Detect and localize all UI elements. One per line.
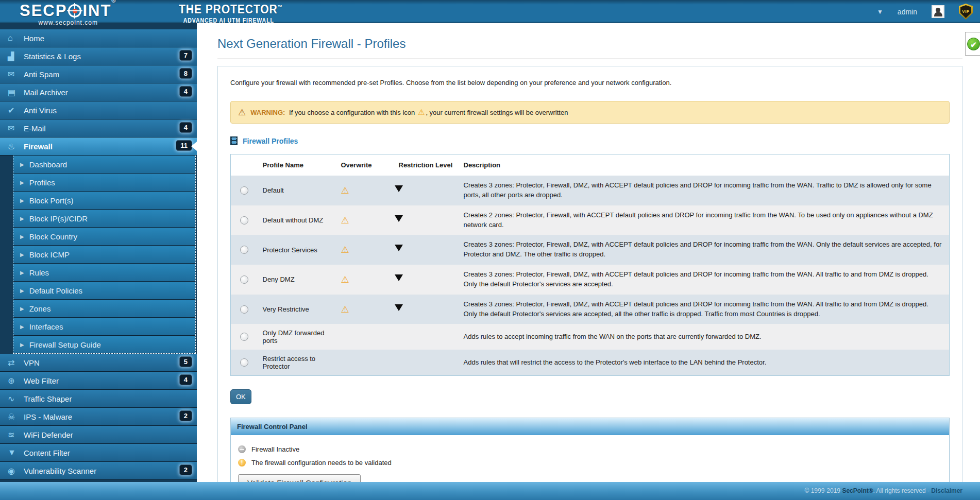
- sidebar-item-wifi-defender[interactable]: ≋ WiFi Defender: [0, 426, 197, 444]
- user-dropdown-caret-icon[interactable]: ▼: [877, 8, 883, 15]
- restriction-marker-icon: [395, 304, 403, 311]
- sidebar-subitem-rules[interactable]: ▶ Rules: [13, 264, 195, 282]
- firewall-profiles-icon: [230, 136, 238, 145]
- profile-radio[interactable]: [240, 305, 248, 314]
- validate-firewall-button[interactable]: Validate Firewall Configuration: [238, 474, 361, 482]
- radio-cell: [231, 205, 258, 235]
- profile-radio[interactable]: [240, 216, 248, 225]
- profile-row-very-restrictive: Very Restrictive ⚠ Creates 3 zones: Prot…: [231, 295, 950, 324]
- radio-cell: [231, 235, 258, 265]
- top-bar: [0, 0, 980, 23]
- sidebar-subitem-zones[interactable]: ▶ Zones: [13, 300, 195, 318]
- description-cell: Adds rules to accept incoming traffic fr…: [459, 324, 950, 350]
- firewall-status-row: Firewall Inactive: [238, 445, 942, 453]
- validation-status-row: The firewall configuration needs to be v…: [238, 459, 942, 467]
- restriction-cell: [394, 205, 459, 235]
- content-filter-icon: ▼: [8, 448, 24, 457]
- sidebar-subitem-block-ip-s-cidr[interactable]: ▶ Block IP(s)/CIDR: [13, 210, 195, 228]
- copyright-prefix: © 1999-2019: [804, 487, 842, 494]
- warning-text: WARNING: If you choose a configuration w…: [250, 108, 568, 117]
- profiles-table-header-row: Profile Name Overwrite Restriction Level…: [231, 154, 950, 176]
- sidebar-menu: ⌂ Home ▟ Statistics & Logs 7 ✉ Anti Spam…: [0, 23, 197, 482]
- overwrite-cell: ⚠: [336, 205, 394, 235]
- sidebar-item-ips-malware[interactable]: ☠ IPS - Malware 2: [0, 408, 197, 426]
- main-content: Next Generation Firewall - Profiles Conf…: [197, 23, 980, 482]
- overwrite-cell: [336, 350, 394, 376]
- sidebar-item-badge: 11: [176, 140, 192, 151]
- sidebar-item-e-mail[interactable]: ✉ E-Mail 4: [0, 119, 197, 137]
- logo-crosshair-icon: [68, 4, 81, 18]
- sidebar-item-traffic-shaper[interactable]: ∿ Traffic Shaper: [0, 390, 197, 408]
- sidebar-subitem-interfaces[interactable]: ▶ Interfaces: [13, 318, 195, 336]
- overwrite-warning-icon: ⚠: [341, 215, 349, 226]
- sidebar-subitem-firewall-setup-guide[interactable]: ▶ Firewall Setup Guide: [13, 336, 195, 353]
- user-avatar-icon[interactable]: [932, 5, 944, 18]
- logo-part1: SECP: [20, 2, 67, 20]
- description-cell: Creates 3 zones: Protector, Firewall, DM…: [459, 176, 950, 205]
- anti-virus-icon: ✔: [8, 106, 24, 115]
- firewall-profiles-heading: Firewall Profiles: [230, 136, 950, 145]
- submenu-arrow-icon: ▶: [20, 288, 24, 294]
- restriction-cell: [394, 295, 459, 324]
- firewall-icon: ♨: [8, 142, 24, 151]
- sidebar-subitem-label: Block Port(s): [29, 196, 74, 205]
- user-cluster: ▼ admin VIP: [877, 0, 973, 23]
- ok-button[interactable]: OK: [230, 389, 251, 404]
- sidebar-item-firewall[interactable]: ♨ Firewall 11: [0, 137, 197, 156]
- description-cell: Creates 2 zones: Protector, Firewall, wi…: [459, 205, 950, 235]
- header-restriction-level: Restriction Level: [394, 154, 459, 176]
- sidebar-item-web-filter[interactable]: ⊕ Web Filter 4: [0, 372, 197, 390]
- sidebar-item-badge: 8: [179, 68, 192, 79]
- submenu-arrow-icon: ▶: [20, 162, 24, 167]
- sidebar-item-mail-archiver[interactable]: ▤ Mail Archiver 4: [0, 83, 197, 101]
- overwrite-cell: ⚠: [336, 235, 394, 265]
- sidebar-item-label: Statistics & Logs: [24, 52, 81, 61]
- sidebar-subitem-label: Default Policies: [29, 286, 82, 295]
- profile-name-cell: Default: [258, 176, 336, 205]
- description-cell: Adds rules that will restrict the access…: [459, 350, 950, 376]
- profile-radio[interactable]: [240, 246, 248, 254]
- wifi-defender-icon: ≋: [8, 430, 24, 440]
- sidebar-subitem-label: Dashboard: [29, 160, 67, 169]
- sidebar-subitem-profiles[interactable]: ▶ Profiles: [13, 174, 195, 192]
- sidebar-subitem-block-icmp[interactable]: ▶ Block ICMP: [13, 246, 195, 264]
- restriction-marker-icon: [395, 185, 403, 192]
- vip-badge-icon[interactable]: VIP: [959, 4, 973, 20]
- sidebar-subitem-dashboard[interactable]: ▶ Dashboard: [13, 156, 195, 174]
- submenu-arrow-icon: ▶: [20, 216, 24, 221]
- sidebar-item-content-filter[interactable]: ▼ Content Filter: [0, 444, 197, 462]
- description-cell: Creates 3 zones: Protector, Firewall, DM…: [459, 265, 950, 295]
- restriction-marker-icon: [395, 274, 403, 281]
- sidebar-item-statistics-logs[interactable]: ▟ Statistics & Logs 7: [0, 47, 197, 65]
- firewall-control-panel: Firewall Control Panel Firewall Inactive…: [230, 418, 950, 482]
- sidebar-item-home[interactable]: ⌂ Home: [0, 29, 197, 47]
- sidebar-item-label: Web Filter: [24, 376, 59, 385]
- profile-row-default-without-dmz: Default without DMZ ⚠ Creates 2 zones: P…: [231, 205, 950, 235]
- sidebar-item-vulnerability-scanner[interactable]: ◉ Vulnerability Scanner 2: [0, 462, 197, 480]
- profile-radio[interactable]: [240, 333, 248, 341]
- sidebar-item-vpn[interactable]: ⇄ VPN 5: [0, 354, 197, 372]
- sidebar-subitem-block-country[interactable]: ▶ Block Country: [13, 228, 195, 246]
- restriction-cell: [394, 235, 459, 265]
- control-panel-body: Firewall Inactive The firewall configura…: [231, 435, 949, 482]
- profile-radio[interactable]: [240, 186, 248, 195]
- user-name[interactable]: admin: [898, 8, 917, 16]
- sidebar-item-anti-virus[interactable]: ✔ Anti Virus: [0, 101, 197, 119]
- edge-status-widget[interactable]: [965, 32, 980, 56]
- submenu-arrow-icon: ▶: [20, 324, 24, 330]
- profile-radio[interactable]: [240, 358, 248, 367]
- sidebar-item-badge: 4: [179, 374, 192, 385]
- overwrite-warning-icon: ⚠: [341, 185, 349, 196]
- sidebar-item-badge: 5: [179, 356, 192, 367]
- sidebar-item-anti-spam[interactable]: ✉ Anti Spam 8: [0, 65, 197, 83]
- profile-name-cell: Only DMZ forwarded ports: [258, 324, 336, 350]
- disclaimer-link[interactable]: Disclaimer: [931, 487, 962, 494]
- sidebar-subitem-default-policies[interactable]: ▶ Default Policies: [13, 282, 195, 300]
- sidebar-subitem-block-port-s[interactable]: ▶ Block Port(s): [13, 192, 195, 210]
- profile-name-cell: Restrict access to Protector: [258, 350, 336, 376]
- profile-radio[interactable]: [240, 275, 248, 284]
- sidebar-item-badge: 7: [179, 50, 192, 61]
- app-root: SECPINT® www.secpoint.com THE PROTECTOR™…: [0, 0, 980, 500]
- restriction-cell: [394, 265, 459, 295]
- sidebar-item-badge: 2: [179, 410, 192, 421]
